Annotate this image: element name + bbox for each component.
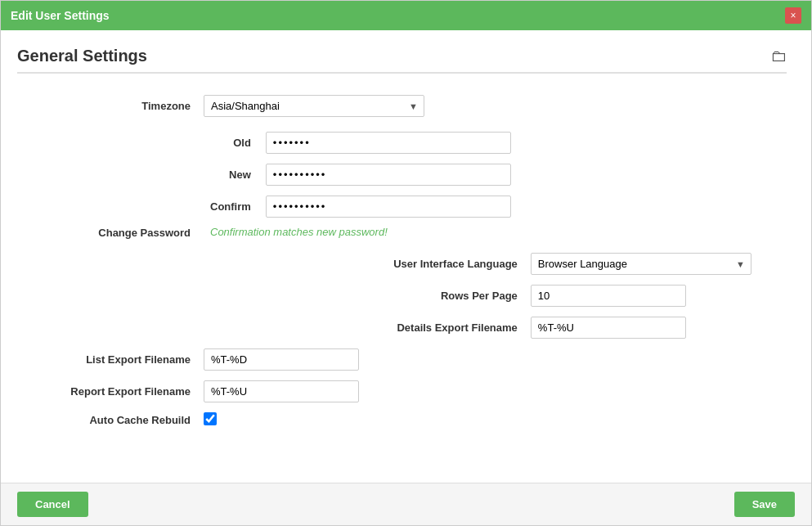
auto-cache-label: Auto Cache Rebuild [17, 407, 197, 433]
timezone-row: Timezone Asia/ShanghaiUTCUS/EasternUS/Pa… [17, 90, 787, 122]
old-label: Old [204, 127, 259, 159]
confirmation-message-row: Confirmation matches new password! [204, 223, 518, 243]
ui-language-select-wrapper: Browser LanguageEnglishChineseFrenchGerm… [531, 253, 751, 275]
ui-language-select[interactable]: Browser LanguageEnglishChineseFrenchGerm… [531, 253, 751, 275]
confirm-label: Confirm [204, 191, 259, 223]
new-password-input[interactable] [266, 164, 511, 186]
section-header: General Settings 🗀 [17, 47, 787, 74]
report-export-field [197, 375, 524, 407]
auto-cache-field [197, 407, 524, 433]
report-export-input[interactable] [204, 380, 359, 402]
confirm-row: Confirm [204, 191, 518, 223]
dialog-titlebar: Edit User Settings × [1, 1, 811, 30]
timezone-select[interactable]: Asia/ShanghaiUTCUS/EasternUS/PacificEuro… [204, 95, 424, 117]
list-export-row: List Export Filename [17, 344, 787, 375]
details-export-field [524, 312, 787, 344]
auto-cache-row: Auto Cache Rebuild [17, 407, 787, 433]
confirm-password-input[interactable] [266, 196, 511, 218]
dialog-body: General Settings 🗀 Timezone Asia/Shangha… [1, 30, 811, 525]
ui-language-field: Browser LanguageEnglishChineseFrenchGerm… [524, 248, 787, 280]
dialog-title: Edit User Settings [11, 9, 110, 22]
section-title: General Settings [17, 47, 147, 65]
list-export-input[interactable] [204, 348, 359, 371]
timezone-select-wrapper: Asia/ShanghaiUTCUS/EasternUS/PacificEuro… [204, 95, 424, 117]
dialog-footer: Cancel Save [1, 483, 811, 525]
list-export-field [197, 344, 524, 375]
old-password-row: Change Password Old [17, 122, 787, 248]
edit-user-settings-dialog: Edit User Settings × General Settings 🗀 … [0, 0, 812, 526]
change-password-group-label: Change Password [17, 122, 197, 344]
save-button[interactable]: Save [734, 492, 795, 517]
password-sub-table: Old New [204, 127, 518, 243]
rows-per-page-field [524, 280, 787, 312]
timezone-field: Asia/ShanghaiUTCUS/EasternUS/PacificEuro… [197, 90, 524, 122]
new-row: New [204, 159, 518, 191]
settings-form: Timezone Asia/ShanghaiUTCUS/EasternUS/Pa… [17, 90, 787, 433]
old-row: Old [204, 127, 518, 159]
dialog-close-button[interactable]: × [785, 7, 801, 24]
auto-cache-checkbox[interactable] [204, 412, 217, 425]
confirmation-message: Confirmation matches new password! [210, 226, 388, 238]
details-export-label: Details Export Filename [197, 312, 524, 344]
rows-per-page-label: Rows Per Page [197, 280, 524, 312]
report-export-row: Report Export Filename [17, 375, 787, 407]
ui-language-label: User Interface Language [197, 248, 524, 280]
cancel-button[interactable]: Cancel [17, 492, 88, 517]
dialog-content-area: General Settings 🗀 Timezone Asia/Shangha… [1, 30, 811, 483]
list-export-label: List Export Filename [17, 344, 197, 375]
new-label: New [204, 159, 259, 191]
timezone-label: Timezone [17, 90, 197, 122]
folder-icon[interactable]: 🗀 [770, 47, 787, 65]
old-password-input[interactable] [266, 132, 511, 154]
rows-per-page-input[interactable] [531, 285, 686, 307]
old-password-field: Old New [197, 122, 524, 248]
report-export-label: Report Export Filename [17, 375, 197, 407]
details-export-input[interactable] [531, 317, 686, 339]
